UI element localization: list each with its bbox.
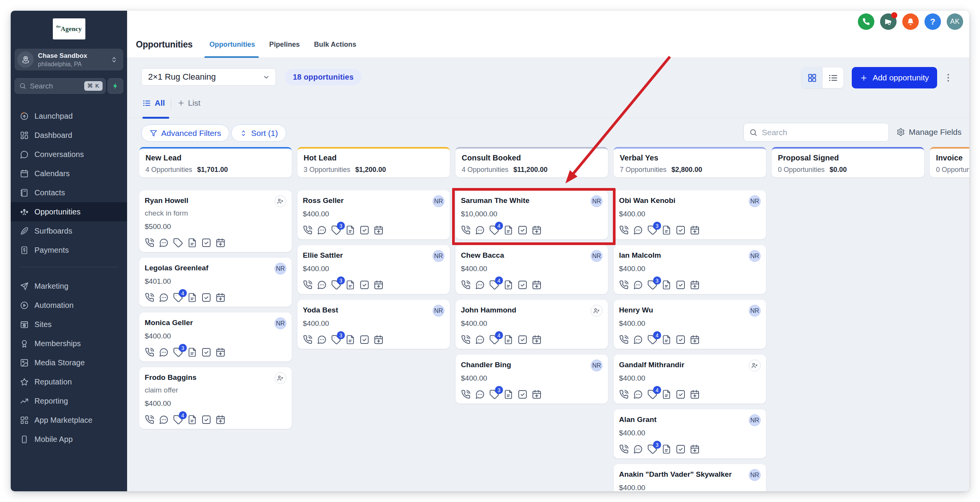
tag-icon[interactable]: 3 — [489, 389, 499, 399]
announcements-button[interactable] — [880, 13, 897, 30]
sort-button[interactable]: Sort (1) — [231, 124, 286, 142]
tab-add-list[interactable]: List — [177, 98, 201, 108]
notes-icon[interactable] — [503, 225, 513, 235]
owner-avatar[interactable] — [591, 305, 603, 317]
calendar-plus-icon[interactable] — [216, 415, 225, 425]
tasks-icon[interactable] — [201, 293, 211, 303]
tasks-icon[interactable] — [676, 389, 686, 399]
tasks-icon[interactable] — [359, 225, 369, 235]
owner-avatar[interactable]: NR — [433, 305, 444, 317]
opportunity-card[interactable]: Ross GellerNR$400.003 — [297, 190, 450, 239]
opportunity-card[interactable]: Gandalf Mithrandir$400.004 — [614, 355, 766, 404]
message-icon[interactable] — [159, 238, 169, 248]
column-header[interactable]: Hot Lead3 Opportunities$1,200.00 — [297, 147, 450, 177]
tasks-icon[interactable] — [201, 238, 211, 248]
opportunity-card[interactable]: Yoda BestNR$400.003 — [297, 300, 450, 349]
owner-avatar[interactable] — [274, 372, 286, 384]
tag-icon[interactable]: 4 — [489, 280, 499, 290]
phone-icon[interactable] — [461, 280, 471, 290]
opportunity-card[interactable]: Monica GellerNR$400.003 — [139, 312, 292, 361]
phone-icon[interactable] — [303, 280, 313, 290]
message-icon[interactable] — [317, 280, 327, 290]
phone-icon[interactable] — [461, 335, 471, 345]
notes-icon[interactable] — [503, 280, 513, 290]
sidebar-item-app-marketplace[interactable]: App Marketplace — [11, 410, 127, 430]
advanced-filters-button[interactable]: Advanced Filters — [141, 124, 229, 142]
sidebar-item-reporting[interactable]: Reporting — [11, 391, 127, 410]
message-icon[interactable] — [633, 335, 643, 345]
phone-icon[interactable] — [145, 238, 155, 248]
notes-icon[interactable] — [662, 335, 671, 345]
notes-icon[interactable] — [187, 415, 197, 425]
owner-avatar[interactable]: NR — [274, 317, 286, 329]
tasks-icon[interactable] — [518, 389, 528, 399]
owner-avatar[interactable]: NR — [591, 250, 603, 262]
tasks-icon[interactable] — [676, 225, 686, 235]
owner-avatar[interactable]: NR — [749, 469, 761, 481]
calendar-plus-icon[interactable] — [374, 280, 384, 290]
phone-icon[interactable] — [461, 225, 471, 235]
column-header[interactable]: Consult Booked4 Opportunities$11,200.00 — [456, 147, 608, 177]
calendar-plus-icon[interactable] — [374, 335, 384, 345]
sidebar-item-marketing[interactable]: Marketing — [11, 276, 127, 296]
owner-avatar[interactable]: NR — [749, 250, 761, 262]
phone-icon[interactable] — [303, 335, 313, 345]
help-button[interactable]: ? — [924, 13, 941, 30]
message-icon[interactable] — [475, 389, 485, 399]
sidebar-item-dashboard[interactable]: Dashboard — [11, 126, 127, 145]
opportunity-card[interactable]: Frodo Bagginsclaim offer$400.004 — [139, 367, 292, 429]
message-icon[interactable] — [317, 225, 327, 235]
grid-view-button[interactable] — [802, 67, 822, 88]
opportunity-card[interactable]: Anakin "Darth Vader" SkywalkerNR$400.003 — [614, 464, 766, 491]
tag-icon[interactable]: 4 — [647, 335, 657, 345]
calendar-plus-icon[interactable] — [690, 225, 700, 235]
sidebar-item-reputation[interactable]: Reputation — [11, 372, 127, 391]
sidebar-item-sites[interactable]: Sites — [11, 315, 127, 334]
tab-all[interactable]: All — [143, 98, 165, 108]
message-icon[interactable] — [317, 335, 327, 345]
owner-avatar[interactable] — [749, 360, 761, 371]
notes-icon[interactable] — [503, 389, 513, 399]
tag-icon[interactable]: 4 — [173, 293, 183, 303]
location-switcher[interactable]: Chase Sandbox philadelphia, PA — [15, 49, 123, 70]
tasks-icon[interactable] — [359, 280, 369, 290]
message-icon[interactable] — [633, 225, 643, 235]
more-options-button[interactable] — [943, 72, 953, 83]
opportunity-card[interactable]: Obi Wan KenobiNR$400.003 — [614, 190, 766, 239]
sidebar-item-media-storage[interactable]: Media Storage — [11, 353, 127, 372]
notes-icon[interactable] — [662, 444, 671, 454]
sidebar-item-memberships[interactable]: Memberships — [11, 334, 127, 353]
list-view-button[interactable] — [823, 67, 843, 88]
sidebar-item-conversations[interactable]: Conversations — [11, 145, 127, 164]
phone-icon[interactable] — [303, 225, 313, 235]
calendar-plus-icon[interactable] — [690, 444, 700, 454]
sidebar-item-automation[interactable]: Automation — [11, 296, 127, 315]
owner-avatar[interactable]: NR — [749, 195, 761, 207]
message-icon[interactable] — [159, 415, 169, 425]
message-icon[interactable] — [475, 280, 485, 290]
sidebar-item-surfboards[interactable]: Surfboards — [11, 221, 127, 240]
tasks-icon[interactable] — [518, 225, 528, 235]
opportunity-card[interactable]: Ian MalcolmNR$400.003 — [614, 245, 766, 294]
tasks-icon[interactable] — [676, 280, 686, 290]
owner-avatar[interactable]: NR — [591, 360, 603, 371]
calendar-plus-icon[interactable] — [690, 335, 700, 345]
notes-icon[interactable] — [662, 389, 671, 399]
opportunity-card[interactable]: Legolas GreenleafNR$401.004 — [139, 258, 292, 307]
opportunity-card[interactable]: John Hammond$400.004 — [456, 300, 608, 349]
notes-icon[interactable] — [662, 225, 671, 235]
tag-icon[interactable]: 3 — [647, 225, 657, 235]
notes-icon[interactable] — [187, 347, 197, 357]
tag-icon[interactable]: 3 — [647, 444, 657, 454]
notes-icon[interactable] — [345, 225, 355, 235]
opportunity-card[interactable]: Alan GrantNR$400.003 — [614, 409, 766, 458]
sidebar-item-opportunities[interactable]: Opportunities — [11, 202, 127, 221]
sidebar-item-payments[interactable]: Payments — [11, 240, 127, 260]
pipeline-select[interactable]: 2×1 Rug Cleaning — [141, 68, 276, 86]
message-icon[interactable] — [633, 280, 643, 290]
header-tab-bulk-actions[interactable]: Bulk Actions — [314, 41, 356, 49]
tasks-icon[interactable] — [676, 444, 686, 454]
column-header[interactable]: New Lead4 Opportunities$1,701.00 — [139, 147, 292, 177]
message-icon[interactable] — [475, 335, 485, 345]
phone-icon[interactable] — [619, 225, 629, 235]
